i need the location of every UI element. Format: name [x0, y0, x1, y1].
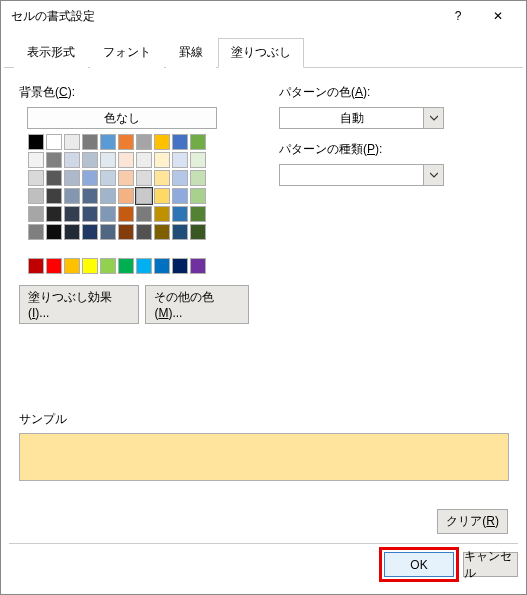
- color-swatch[interactable]: [28, 170, 44, 186]
- pattern-type-label: パターンの種類(P):: [279, 141, 508, 158]
- color-swatch[interactable]: [190, 170, 206, 186]
- question-icon: ?: [455, 9, 462, 23]
- theme-color-swatches: [27, 133, 249, 241]
- color-swatch[interactable]: [154, 152, 170, 168]
- color-swatch[interactable]: [172, 258, 188, 274]
- color-swatch[interactable]: [172, 152, 188, 168]
- color-swatch[interactable]: [28, 134, 44, 150]
- color-swatch[interactable]: [118, 258, 134, 274]
- close-icon: ✕: [493, 9, 503, 23]
- color-swatch[interactable]: [46, 258, 62, 274]
- color-swatch[interactable]: [118, 170, 134, 186]
- color-swatch[interactable]: [172, 170, 188, 186]
- color-swatch[interactable]: [82, 258, 98, 274]
- color-swatch[interactable]: [64, 258, 80, 274]
- color-swatch[interactable]: [172, 134, 188, 150]
- color-swatch[interactable]: [82, 224, 98, 240]
- color-swatch[interactable]: [28, 188, 44, 204]
- color-swatch[interactable]: [28, 224, 44, 240]
- chevron-down-icon: [423, 165, 443, 185]
- color-swatch[interactable]: [82, 170, 98, 186]
- color-swatch[interactable]: [190, 134, 206, 150]
- color-swatch[interactable]: [100, 188, 116, 204]
- pattern-type-value: [280, 165, 423, 185]
- color-swatch[interactable]: [154, 134, 170, 150]
- color-swatch[interactable]: [82, 134, 98, 150]
- color-swatch[interactable]: [82, 206, 98, 222]
- color-swatch[interactable]: [100, 206, 116, 222]
- color-swatch[interactable]: [118, 134, 134, 150]
- color-swatch[interactable]: [118, 206, 134, 222]
- color-swatch[interactable]: [136, 258, 152, 274]
- color-swatch[interactable]: [190, 152, 206, 168]
- color-swatch[interactable]: [100, 152, 116, 168]
- pattern-type-select[interactable]: [279, 164, 444, 186]
- color-swatch[interactable]: [64, 170, 80, 186]
- color-swatch[interactable]: [154, 258, 170, 274]
- color-swatch[interactable]: [118, 224, 134, 240]
- color-swatch[interactable]: [136, 188, 152, 204]
- color-swatch[interactable]: [46, 152, 62, 168]
- pattern-color-select[interactable]: 自動: [279, 107, 444, 129]
- color-swatch[interactable]: [172, 206, 188, 222]
- color-swatch[interactable]: [118, 188, 134, 204]
- color-swatch[interactable]: [190, 206, 206, 222]
- color-swatch[interactable]: [82, 188, 98, 204]
- no-color-button[interactable]: 色なし: [27, 107, 217, 129]
- color-swatch[interactable]: [190, 224, 206, 240]
- color-swatch[interactable]: [28, 206, 44, 222]
- color-swatch[interactable]: [172, 224, 188, 240]
- color-swatch[interactable]: [46, 206, 62, 222]
- color-swatch[interactable]: [64, 206, 80, 222]
- color-swatch[interactable]: [100, 258, 116, 274]
- color-swatch[interactable]: [100, 224, 116, 240]
- color-swatch[interactable]: [64, 224, 80, 240]
- color-swatch[interactable]: [154, 170, 170, 186]
- tab-strip: 表示形式 フォント 罫線 塗りつぶし: [4, 31, 523, 68]
- ok-button[interactable]: OK: [384, 552, 454, 577]
- color-swatch[interactable]: [28, 152, 44, 168]
- color-swatch[interactable]: [46, 134, 62, 150]
- tab-fill[interactable]: 塗りつぶし: [218, 38, 304, 68]
- color-swatch[interactable]: [82, 152, 98, 168]
- tab-number-format[interactable]: 表示形式: [14, 38, 88, 68]
- color-swatch[interactable]: [136, 170, 152, 186]
- chevron-down-icon: [423, 108, 443, 128]
- color-swatch[interactable]: [136, 152, 152, 168]
- color-swatch[interactable]: [46, 224, 62, 240]
- color-swatch[interactable]: [28, 258, 44, 274]
- color-swatch[interactable]: [172, 188, 188, 204]
- close-button[interactable]: ✕: [478, 1, 518, 31]
- color-swatch[interactable]: [100, 134, 116, 150]
- color-swatch[interactable]: [100, 170, 116, 186]
- color-swatch[interactable]: [190, 258, 206, 274]
- sample-preview: [19, 433, 509, 481]
- color-swatch[interactable]: [118, 152, 134, 168]
- color-swatch[interactable]: [64, 152, 80, 168]
- color-swatch[interactable]: [154, 224, 170, 240]
- clear-button[interactable]: クリア(R): [437, 509, 508, 534]
- help-button[interactable]: ?: [438, 1, 478, 31]
- color-swatch[interactable]: [154, 206, 170, 222]
- color-swatch[interactable]: [136, 224, 152, 240]
- standard-color-swatches: [27, 257, 249, 275]
- color-swatch[interactable]: [64, 134, 80, 150]
- tab-font[interactable]: フォント: [90, 38, 164, 68]
- color-swatch[interactable]: [154, 188, 170, 204]
- sample-label: サンプル: [19, 411, 67, 428]
- fill-effects-button[interactable]: 塗りつぶし効果(I)...: [19, 285, 139, 324]
- color-swatch[interactable]: [46, 188, 62, 204]
- color-swatch[interactable]: [64, 188, 80, 204]
- tab-border[interactable]: 罫線: [166, 38, 216, 68]
- color-swatch[interactable]: [136, 206, 152, 222]
- color-swatch[interactable]: [136, 134, 152, 150]
- background-color-label: 背景色(C):: [19, 84, 249, 101]
- pattern-color-label: パターンの色(A):: [279, 84, 508, 101]
- cancel-button[interactable]: キャンセル: [463, 552, 518, 577]
- color-swatch[interactable]: [190, 188, 206, 204]
- dialog-title: セルの書式設定: [9, 8, 438, 25]
- more-colors-button[interactable]: その他の色(M)...: [145, 285, 249, 324]
- color-swatch[interactable]: [46, 170, 62, 186]
- separator: [9, 543, 518, 544]
- pattern-color-value: 自動: [280, 108, 423, 128]
